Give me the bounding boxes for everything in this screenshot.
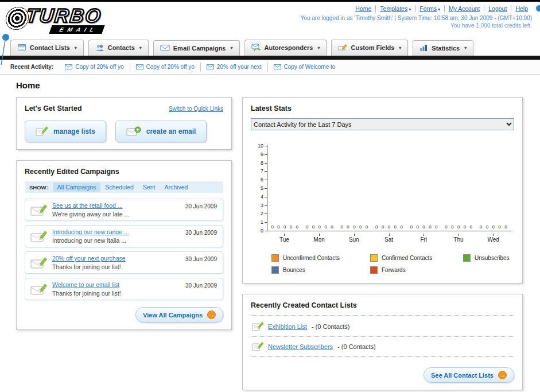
y-axis-tick-label: 1: [261, 219, 267, 225]
contacts-icon: [95, 44, 104, 52]
activity-item-label: Copy of Welcome to: [284, 64, 336, 70]
bar-value-label: 0: [451, 224, 453, 230]
create-an-email-button[interactable]: create an email: [115, 121, 207, 142]
campaign-date: 30 Jun 2009: [185, 282, 217, 289]
x-axis-label: Sat: [371, 234, 406, 243]
campaign-row[interactable]: 20% off your next purchaseThanks for joi…: [25, 251, 223, 274]
statistics-icon: [419, 44, 428, 52]
top-link-home[interactable]: Home: [351, 5, 375, 12]
bar-value-label: 0: [504, 224, 507, 230]
legend-item: Bounces: [271, 266, 370, 274]
campaign-row[interactable]: Introducing our new range ...Introducing…: [25, 225, 223, 247]
y-axis-tick-label: 6: [261, 177, 267, 183]
recent-activity-item[interactable]: Copy of 20% off yo: [59, 63, 130, 72]
top-link-my-account[interactable]: My Account: [444, 5, 484, 12]
filter-all-campaigns[interactable]: All Campaigns: [53, 183, 101, 192]
lets-get-started-panel: Let's Get Started Switch to Quick Links …: [16, 97, 232, 150]
pencil-icon: [252, 341, 263, 352]
bar-value-label: 0: [422, 224, 425, 230]
logo-swoosh-decoration: [0, 30, 13, 66]
bar-value-label: 0: [429, 224, 431, 230]
filter-archived[interactable]: Archived: [160, 183, 192, 192]
nav-tab-autoresponders[interactable]: Autoresponders: [244, 40, 327, 56]
x-axis-label: Thu: [441, 234, 476, 243]
bar-value-label: 0: [480, 224, 482, 230]
custom-fields-icon: [338, 44, 347, 52]
campaign-title-link[interactable]: 20% off your next purchase: [52, 255, 126, 262]
legend-label: Unsubscribes: [475, 255, 510, 261]
envelope-icon: [136, 64, 143, 69]
filter-scheduled[interactable]: Scheduled: [100, 183, 138, 192]
nav-tab-custom-fields[interactable]: Custom Fields: [331, 40, 408, 56]
nav-tab-label: Contact Lists: [30, 44, 70, 51]
legend-item: Unsubscribes: [463, 254, 511, 262]
arrow-right-icon: [207, 311, 216, 319]
bar-value-label: 0: [417, 224, 419, 230]
campaign-row[interactable]: See us at the retail food ...We're givin…: [25, 199, 223, 221]
legend-label: Confirmed Contacts: [382, 255, 432, 261]
see-all-contact-lists-button[interactable]: See All Contact Lists: [424, 367, 514, 383]
nav-tab-contacts[interactable]: Contacts: [88, 40, 149, 56]
main-content: Home Let's Get Started Switch to Quick L…: [0, 80, 540, 392]
bar-value-label: 0: [486, 224, 488, 230]
header-blue-dot: [536, 5, 540, 11]
chevron-down-icon: [438, 7, 440, 12]
left-column: Let's Get Started Switch to Quick Links …: [16, 97, 232, 340]
envelope-plus-icon: [126, 126, 141, 137]
contact-list-link[interactable]: Newsletter Subscribers: [268, 343, 333, 350]
chevron-down-icon: [399, 45, 401, 51]
bar-group: 00000: [337, 224, 372, 230]
x-axis-label: Mon: [302, 234, 337, 243]
nav-tab-statistics[interactable]: Statistics: [413, 40, 473, 56]
view-all-campaigns-button[interactable]: View All Campaigns: [135, 307, 223, 323]
bar-value-label: 0: [353, 224, 355, 230]
logo-secondary-text: EMAIL: [49, 25, 105, 34]
y-axis-tick-label: 2: [261, 211, 267, 216]
bar-value-label: 0: [400, 224, 402, 230]
bar-value-label: 0: [341, 224, 343, 230]
top-link-logout[interactable]: Logout: [484, 5, 511, 12]
recent-activity-item[interactable]: 20% off your next: [201, 63, 268, 72]
campaign-title-link[interactable]: See us at the retail food ...: [52, 202, 123, 209]
chart-x-axis: TueMonSunSatFriThuWed: [267, 234, 511, 243]
envelope-icon: [207, 64, 214, 69]
chart-y-axis: 109876543210: [254, 143, 267, 234]
login-info-text: You are logged in as 'Timothy Smith' | S…: [301, 15, 532, 21]
campaign-subtitle: Thanks for joining our list!: [52, 263, 217, 270]
bar-value-label: 0: [366, 224, 368, 230]
bar-value-label: 0: [271, 224, 273, 230]
recently-created-contact-lists-panel: Recently Created Contact Lists Exhibitio…: [242, 294, 523, 390]
email-pencil-icon: [30, 230, 48, 243]
manage-lists-button[interactable]: manage lists: [25, 121, 106, 142]
stats-period-select[interactable]: Contact Activity for the Last 7 Days: [251, 118, 514, 130]
campaign-title-link[interactable]: Welcome to our email list: [52, 281, 119, 288]
campaign-row[interactable]: Welcome to our email listThanks for join…: [25, 278, 223, 300]
nav-tab-email-campaigns[interactable]: Email Campaigns: [153, 40, 240, 56]
recent-activity-items: Copy of 20% off yoCopy of 20% off yo20% …: [59, 60, 341, 74]
legend-swatch: [463, 254, 471, 262]
logo-primary-text: TURBO: [25, 5, 104, 26]
recent-activity-item[interactable]: Copy of Welcome to: [268, 63, 341, 72]
filter-sent[interactable]: Sent: [138, 183, 160, 192]
switch-to-quick-links-link[interactable]: Switch to Quick Links: [169, 106, 223, 112]
legend-label: Bounces: [283, 267, 305, 273]
view-all-campaigns-label: View All Campaigns: [143, 312, 203, 319]
bar-value-label: 0: [382, 224, 384, 230]
campaign-date: 30 Jun 2009: [185, 256, 217, 262]
bar-value-label: 0: [331, 224, 333, 230]
bar-value-label: 0: [347, 224, 349, 230]
top-link-help[interactable]: Help: [511, 5, 532, 12]
y-axis-tick-label: 0: [261, 228, 267, 234]
recent-activity-item[interactable]: Copy of 20% off yo: [130, 63, 201, 72]
top-link-templates[interactable]: Templates: [375, 5, 415, 12]
bar-value-label: 0: [359, 224, 362, 230]
show-label: SHOW:: [29, 184, 48, 191]
email-pencil-icon: [30, 256, 48, 270]
x-axis-label: Sun: [336, 234, 371, 243]
top-link-forms[interactable]: Forms: [415, 5, 444, 12]
campaign-title-link[interactable]: Introducing our new range ...: [52, 228, 129, 235]
pencil-icon: [252, 321, 263, 332]
contact-list-link[interactable]: Exhibition List: [268, 323, 307, 330]
nav-tab-contact-lists[interactable]: Contact Lists: [10, 40, 84, 56]
campaign-subtitle: Thanks for joining our list!: [52, 290, 217, 297]
